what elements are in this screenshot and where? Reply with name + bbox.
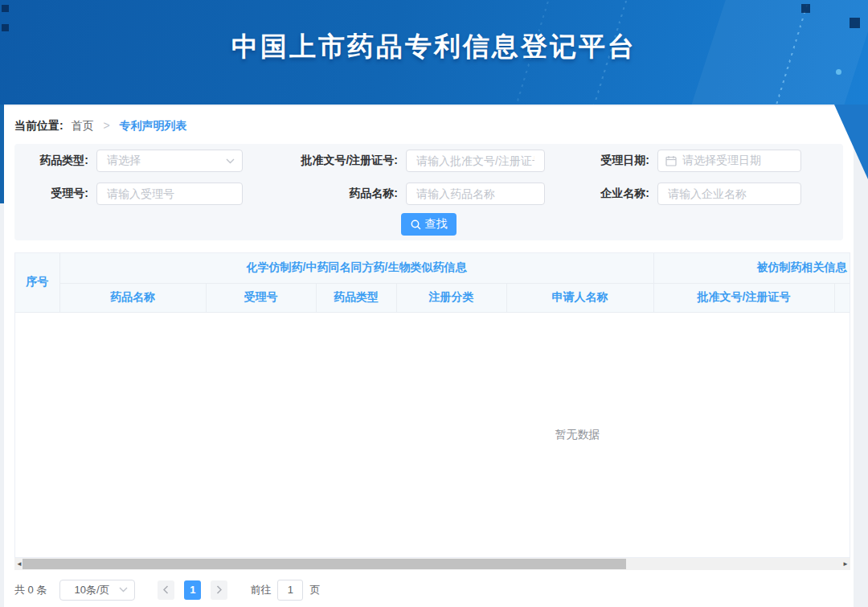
column-header-applicant-name: 申请人名称 xyxy=(506,283,653,312)
empty-state-text: 暂无数据 xyxy=(15,312,850,557)
banner-corner-square xyxy=(850,18,860,28)
chevron-down-icon xyxy=(226,158,235,164)
scrollbar-right-arrow[interactable]: ► xyxy=(841,558,850,570)
pagination-total: 共 0 条 xyxy=(14,583,47,597)
page-size-select[interactable]: 10条/页 xyxy=(59,580,135,601)
search-form-panel: 药品类型: 请选择 批准文号/注册证号: 受理日期: 请选择受理日期 受理号: … xyxy=(14,144,843,240)
page-number-button[interactable]: 1 xyxy=(184,580,201,600)
pagination-bar: 共 0 条 10条/页 1 前往 页 xyxy=(14,580,843,601)
column-header-drug-name: 药品名称 xyxy=(59,283,206,312)
group-header-generic-info: 化学仿制药/中药同名同方药/生物类似药信息 xyxy=(59,253,653,283)
column-header-registration-class: 注册分类 xyxy=(396,283,506,312)
acceptance-date-label: 受理日期: xyxy=(545,154,649,168)
patent-declaration-table: 序号 化学仿制药/中药同名同方药/生物类似药信息 被仿制药相关信息 药品名称 受… xyxy=(15,253,850,558)
search-button[interactable]: 查找 xyxy=(401,213,457,236)
empty-state-row: 暂无数据 xyxy=(15,312,850,557)
search-button-label: 查找 xyxy=(425,217,448,232)
banner-dot xyxy=(836,69,841,75)
prev-page-button[interactable] xyxy=(158,580,174,600)
chevron-right-icon xyxy=(216,585,222,594)
drug-type-label: 药品类型: xyxy=(14,154,88,168)
column-header-drug-type: 药品类型 xyxy=(316,283,396,312)
search-icon xyxy=(411,219,421,230)
column-header-acceptance-number: 受理号 xyxy=(206,283,316,312)
breadcrumb-separator: > xyxy=(103,119,109,132)
approval-number-input[interactable] xyxy=(406,150,545,172)
banner-corner-square xyxy=(2,5,9,12)
breadcrumb-prefix: 当前位置: xyxy=(14,119,63,132)
table-scroll-area: 序号 化学仿制药/中药同名同方药/生物类似药信息 被仿制药相关信息 药品名称 受… xyxy=(14,252,850,558)
banner-corner-square xyxy=(801,4,810,13)
drug-type-select[interactable]: 请选择 xyxy=(96,150,243,172)
breadcrumb-current: 专利声明列表 xyxy=(120,119,187,132)
calendar-icon xyxy=(665,155,677,166)
chevron-down-icon xyxy=(119,587,128,593)
breadcrumb-home-link[interactable]: 首页 xyxy=(72,119,94,132)
content-card: 当前位置: 首页 > 专利声明列表 药品类型: 请选择 批准文号/注册证号: 受… xyxy=(4,106,854,607)
scrollbar-thumb[interactable] xyxy=(23,559,626,569)
search-form-row-1: 药品类型: 请选择 批准文号/注册证号: 受理日期: 请选择受理日期 xyxy=(14,150,843,172)
acceptance-number-label: 受理号: xyxy=(14,187,88,201)
chevron-left-icon xyxy=(163,585,169,594)
acceptance-number-input[interactable] xyxy=(96,183,243,205)
table-subheader-row: 药品名称 受理号 药品类型 注册分类 申请人名称 批准文号/注册证号 xyxy=(15,283,850,312)
approval-number-label: 批准文号/注册证号: xyxy=(243,154,398,168)
page-title: 中国上市药品专利信息登记平台 xyxy=(0,29,868,65)
search-form-row-2: 受理号: 药品名称: 企业名称: xyxy=(14,183,843,205)
column-header-hidden xyxy=(834,283,850,312)
top-banner: 中国上市药品专利信息登记平台 xyxy=(0,0,868,105)
search-button-row: 查找 xyxy=(14,213,843,236)
company-name-label: 企业名称: xyxy=(545,187,649,201)
acceptance-date-picker[interactable]: 请选择受理日期 xyxy=(657,150,801,172)
horizontal-scrollbar[interactable]: ◄ ► xyxy=(14,558,850,570)
column-header-approval-number: 批准文号/注册证号 xyxy=(653,283,834,312)
drug-name-label: 药品名称: xyxy=(243,187,398,201)
goto-unit: 页 xyxy=(309,583,320,597)
next-page-button[interactable] xyxy=(211,580,227,600)
drug-type-select-placeholder: 请选择 xyxy=(107,154,232,168)
drug-name-input[interactable] xyxy=(406,183,545,205)
company-name-input[interactable] xyxy=(657,183,801,205)
page-size-value: 10条/页 xyxy=(74,583,109,597)
acceptance-date-placeholder: 请选择受理日期 xyxy=(682,154,761,168)
table-group-header-row: 序号 化学仿制药/中药同名同方药/生物类似药信息 被仿制药相关信息 xyxy=(15,253,850,283)
group-header-reference-info: 被仿制药相关信息 xyxy=(653,253,850,283)
goto-label: 前往 xyxy=(250,583,271,597)
goto-page-input[interactable] xyxy=(277,580,303,601)
column-header-seq: 序号 xyxy=(15,253,59,312)
breadcrumb: 当前位置: 首页 > 专利声明列表 xyxy=(14,119,843,133)
